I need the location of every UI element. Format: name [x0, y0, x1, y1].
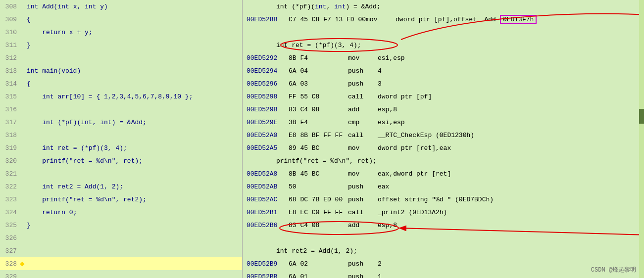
dis-line-52b1: 00ED52B1 E8 EC C0 FF FF call _print2 (0E…	[243, 206, 644, 219]
code-line-329: 329	[0, 270, 242, 278]
code-line-320: 320 printf("ret = %d\n", ret);	[0, 154, 242, 167]
code-320: printf("ret = %d\n", ret);	[27, 157, 240, 165]
dis-line-529e: 00ED529E 3B F4 cmp esi,esp	[243, 116, 644, 129]
code-line-313: 313 int main(void)	[0, 64, 242, 77]
code-310: return x + y;	[27, 29, 240, 36]
code-line-309: 309 {	[0, 13, 242, 26]
code-317: int (*pf)(int, int) = &Add;	[27, 119, 240, 126]
line-num-317: 317	[2, 119, 20, 126]
dis-addr-52bb: 00ED52BB	[247, 273, 289, 278]
line-num-322: 322	[2, 183, 20, 190]
dis-addr-528b: 00ED528B	[247, 16, 289, 23]
dis-mnem-52bb: push	[348, 273, 378, 278]
line-num-323: 323	[2, 196, 20, 203]
dis-bytes-52b1: E8 EC C0 FF FF	[289, 209, 348, 216]
line-num-311: 311	[2, 42, 20, 49]
dis-line-52bb: 00ED52BB 6A 01 push 1	[243, 270, 644, 278]
dis-ops-52bb: 1	[378, 273, 382, 278]
line-num-310: 310	[2, 29, 20, 36]
dis-bytes-52ac: 68 DC 7B ED 00	[289, 196, 348, 203]
dis-bytes-52a5: 89 45 BC	[289, 144, 348, 152]
dis-ops-52b6: esp,8	[378, 222, 397, 229]
line-num-319: 319	[2, 144, 20, 152]
dis-bytes-5292: 8B F4	[289, 54, 348, 62]
dis-line-ret2-comment: int ret2 = Add(1, 2);	[243, 244, 644, 257]
code-323: printf("ret = %d\n", ret2);	[27, 196, 240, 203]
dis-mnem-529b: add	[348, 106, 378, 113]
code-line-318: 318	[0, 129, 242, 141]
code-line-310: 310 return x + y;	[0, 26, 242, 39]
dis-addr-52b9: 00ED52B9	[247, 260, 289, 268]
code-311: }	[27, 42, 240, 49]
dis-line-5296: 00ED5296 6A 03 push 3	[243, 77, 644, 90]
dis-bytes-529b: 83 C4 08	[289, 106, 348, 113]
dis-line-52ab: 00ED52AB 50 push eax	[243, 180, 644, 193]
code-line-308: 308 int Add(int x, int y)	[0, 0, 242, 13]
line-num-327: 327	[2, 247, 20, 255]
dis-line-blank2	[243, 232, 644, 244]
dis-addr-52a5: 00ED52A5	[247, 144, 289, 152]
dis-mnem-5296: push	[348, 80, 378, 88]
line-num-316: 316	[2, 106, 20, 113]
code-line-323: 323 printf("ret = %d\n", ret2);	[0, 193, 242, 206]
code-324: return 0;	[27, 209, 240, 216]
line-num-324: 324	[2, 209, 20, 216]
dis-bytes-52a0: E8 8B BF FF FF	[289, 132, 348, 139]
code-line-327: 327	[0, 244, 242, 257]
dis-line-529b: 00ED529B 83 C4 08 add esp,8	[243, 103, 644, 116]
dis-line-52a0: 00ED52A0 E8 8B BF FF FF call __RTC_Check…	[243, 129, 644, 141]
line-num-320: 320	[2, 157, 20, 165]
dis-ops-529e: esi,esp	[378, 119, 405, 126]
dis-ret2-comment-text: int ret2 = Add(1, 2);	[247, 247, 357, 255]
code-line-328: 328 ◆	[0, 257, 242, 270]
dis-line-5292: 00ED5292 8B F4 mov esi,esp	[243, 51, 644, 64]
line-num-325: 325	[2, 222, 20, 229]
dis-mnem-52a5: mov	[348, 144, 378, 152]
line-num-308: 308	[2, 3, 20, 10]
dis-addr-5292: 00ED5292	[247, 54, 289, 62]
dis-ops-52a8: eax,dword ptr [ret]	[378, 170, 451, 178]
code-309: {	[27, 16, 240, 23]
line-num-318: 318	[2, 132, 20, 139]
dis-bytes-5298: FF 55 C8	[289, 93, 348, 100]
code-line-316: 316	[0, 103, 242, 116]
disassembly-panel: int (*pf)(int, int) = &Add; 00ED528B C7 …	[243, 0, 644, 278]
dis-line-52a8: 00ED52A8 8B 45 BC mov eax,dword ptr [ret…	[243, 167, 644, 180]
dis-mnem-52b9: push	[348, 260, 378, 268]
dis-bytes-52a8: 8B 45 BC	[289, 170, 348, 178]
dis-bytes-52ab: 50	[289, 183, 348, 190]
dis-ops-528b: dword ptr [pf],offset _Add	[396, 16, 496, 23]
dis-mnem-52a8: mov	[348, 170, 378, 178]
code-325: }	[27, 222, 240, 229]
dis-ops-5298: dword ptr [pf]	[378, 93, 432, 100]
line-num-313: 313	[2, 67, 20, 75]
dis-mnem-528b: mov	[366, 16, 396, 23]
dis-addr-5294: 00ED5294	[247, 67, 289, 75]
dis-ops-5294: 4	[378, 67, 382, 75]
code-319: int ret = (*pf)(3, 4);	[27, 144, 240, 152]
line-num-321: 321	[2, 170, 20, 178]
code-315: int arr[10] = { 1,2,3,4,5,6,7,8,9,10 };	[27, 93, 240, 100]
dis-bytes-52b9: 6A 02	[289, 260, 348, 268]
dis-mnem-52ac: push	[348, 196, 378, 203]
dis-ops-52b9: 2	[378, 260, 382, 268]
dis-mnem-5292: mov	[348, 54, 378, 62]
line-num-326: 326	[2, 234, 20, 242]
scrollbar-thumb[interactable]	[639, 109, 644, 124]
dis-addr-529e: 00ED529E	[247, 119, 289, 126]
dis-header-text: int (*pf)(int, int) = &Add;	[247, 3, 381, 10]
dis-bytes-529e: 3B F4	[289, 119, 348, 126]
dis-ret-comment-text: int ret = (*pf)(3, 4);	[247, 42, 361, 49]
dis-bytes-52bb: 6A 01	[289, 273, 348, 278]
line-num-309: 309	[2, 16, 20, 23]
code-line-314: 314 {	[0, 77, 242, 90]
dis-bytes-52b6: 83 C4 08	[289, 222, 348, 229]
code-322: int ret2 = Add(1, 2);	[27, 183, 240, 190]
code-308: int Add(int x, int y)	[27, 3, 240, 10]
line-num-328: 328	[2, 260, 20, 268]
code-313: int main(void)	[27, 67, 240, 75]
dis-ops-52ac: offset string "%d " (0ED7BDCh)	[378, 196, 494, 203]
code-line-322: 322 int ret2 = Add(1, 2);	[0, 180, 242, 193]
scrollbar[interactable]	[639, 0, 644, 278]
dis-addr-5296: 00ED5296	[247, 80, 289, 88]
